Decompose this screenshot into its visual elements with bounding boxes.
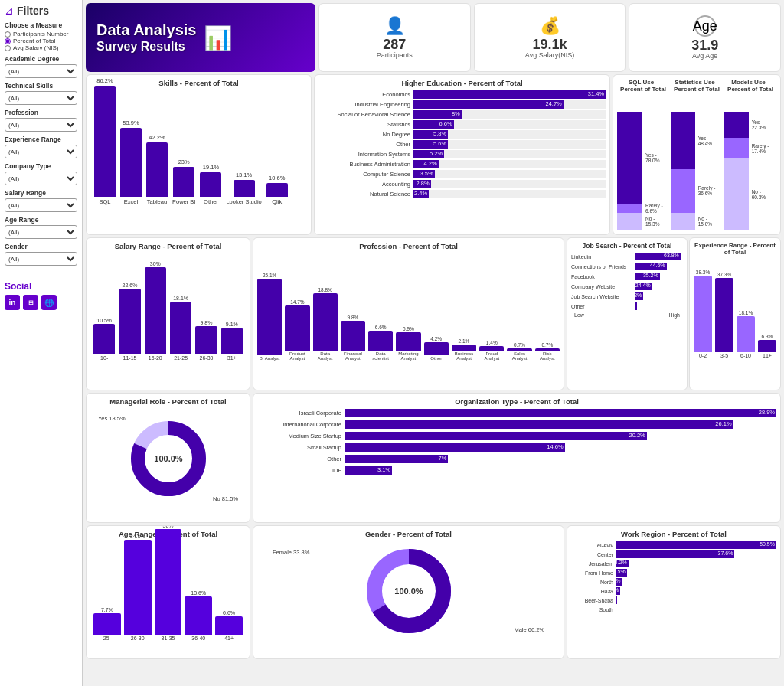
- participants-card: 👤 287 Participants: [318, 3, 471, 72]
- experience-range-label: Experience Range: [5, 136, 77, 143]
- gender-svg: 100.0%: [363, 545, 455, 637]
- title-card: Data Analysis Survey Results 📊: [86, 3, 315, 72]
- managerial-donut: 100.0% Yes 18.5% No 81.5%: [90, 409, 246, 508]
- stats-chart: Statistics Use - Percent of Total Yes - …: [671, 79, 723, 230]
- participants-icon: 👤: [384, 16, 405, 36]
- salary-bar-item: 22.6% 11-15: [119, 283, 140, 361]
- age-range-select[interactable]: (All): [5, 225, 77, 239]
- avg-age-label: Avg Age: [692, 52, 717, 60]
- stacked-segment: [617, 213, 642, 230]
- measure-radio-participants[interactable]: [5, 31, 11, 38]
- age-range-filter-label: Age Range: [5, 216, 77, 224]
- sidebar: ⊿ Filters Choose a Measure Participants …: [0, 0, 83, 686]
- managerial-title: Managerial Role - Percent of Total: [90, 397, 246, 406]
- job-row: Company Website 24.4%: [571, 283, 683, 290]
- region-row: Jerusalem 4.2%: [571, 560, 776, 567]
- network-icon[interactable]: ⊞: [23, 295, 38, 310]
- segment-label: Yes - 22.3%: [752, 112, 776, 138]
- edu-row: Industrial Engineering 24.7%: [318, 100, 606, 109]
- profession-bar-item: 25.1% BI Analyst: [257, 273, 282, 361]
- region-row: From Home 3.5%: [571, 569, 776, 577]
- org-row: Medium Size Startup 20.2%: [257, 432, 776, 440]
- profession-chart: Profession - Percent of Total 25.1% BI A…: [253, 237, 564, 390]
- male-label: Male 66.2%: [514, 626, 544, 633]
- segment-label: Rarely - 6.6%: [645, 204, 669, 213]
- org-title: Organization Type - Percent of Total: [257, 397, 776, 406]
- segment-label: No - 60.3%: [752, 158, 776, 230]
- segment-label: Rarely - 36.6%: [698, 169, 723, 213]
- region-row: Center 37.6%: [571, 550, 776, 558]
- job-row: Other 2.4%: [571, 302, 683, 310]
- profession-bars: 25.1% BI Analyst 14.7% Product Analyst 1…: [257, 253, 560, 361]
- salary-chart: Salary Range - Percent of Total 10.5% 10…: [86, 237, 250, 390]
- profession-bar-item: 5.9% Marketing Analyst: [396, 326, 420, 361]
- company-type-select[interactable]: (All): [5, 172, 77, 185]
- measure-radio-salary[interactable]: [5, 45, 11, 51]
- models-bar: Yes - 22.3%Rarely - 17.4%No - 60.3%: [724, 96, 776, 230]
- region-rows: Tel-Aviv 50.5% Center 37.6% Jerusalem 4.…: [571, 541, 776, 613]
- skill-bar-item: 10.6% Qlik: [266, 175, 288, 205]
- skill-bar-item: 86.2% SQL: [94, 77, 116, 205]
- region-row: Beer-Sheba 0.7%: [571, 596, 776, 604]
- low-high-labels: Low High: [571, 312, 683, 318]
- job-row: Connections or Friends 44.6%: [571, 263, 683, 270]
- experience-range-select[interactable]: (All): [5, 145, 77, 158]
- job-row: Facebook 35.2%: [571, 273, 683, 280]
- avg-age-card: Age 31.9 Avg Age: [629, 3, 781, 72]
- skill-bar-item: 23% Power BI: [172, 158, 195, 205]
- skill-bar-item: 19.1% Other: [200, 164, 221, 205]
- work-region-title: Work Region - Percent of Total: [571, 530, 776, 538]
- region-row: Haifa 1.4%: [571, 587, 776, 595]
- svg-text:100.0%: 100.0%: [394, 586, 423, 596]
- salary-range-label: Salary Range: [5, 189, 77, 197]
- edu-row: Economics 31.4%: [318, 90, 606, 99]
- edu-row: Natural Science 2.4%: [318, 190, 606, 198]
- edu-title: Higher Education - Percent of Total: [318, 79, 606, 87]
- segment-label: Rarely - 17.4%: [752, 138, 776, 158]
- profession-select[interactable]: (All): [5, 118, 77, 132]
- sql-stats-models-chart: SQL Use - Percent of Total Yes - 78.0%Ra…: [612, 74, 781, 235]
- gender-select[interactable]: (All): [5, 252, 77, 266]
- segment-label: Yes - 78.0%: [645, 112, 669, 204]
- profession-bar-item: 1.4% Fraud Analyst: [479, 340, 504, 361]
- managerial-chart: Managerial Role - Percent of Total 100.0…: [86, 393, 250, 523]
- org-row: Israeli Corporate 28.9%: [257, 409, 776, 417]
- edu-row: Statistics 6.6%: [318, 120, 606, 129]
- salary-bars: 10.5% 10- 22.6% 11-15 30% 16-20 18.1% 21…: [90, 253, 246, 361]
- edu-row: Social or Behavioral Science 8%: [318, 110, 606, 119]
- linkedin-icon[interactable]: in: [5, 295, 20, 310]
- technical-skills-label: Technical Skills: [5, 82, 77, 90]
- job-row: Job Search Website 12.2%: [571, 292, 683, 300]
- salary-range-select[interactable]: (All): [5, 198, 77, 212]
- edu-row: No Degree 5.8%: [318, 130, 606, 139]
- globe-icon[interactable]: 🌐: [41, 295, 57, 310]
- svg-text:100.0%: 100.0%: [154, 454, 183, 463]
- managerial-svg: 100.0%: [126, 416, 211, 501]
- stacked-segment: [724, 112, 749, 138]
- profession-bar-item: 9.8% Financial Analyst: [341, 315, 365, 361]
- job-rows: Linkedin 63.8% Connections or Friends 44…: [571, 253, 683, 310]
- academic-degree-select[interactable]: (All): [5, 64, 77, 78]
- company-type-label: Company Type: [5, 162, 77, 170]
- age-chart: Age Range - Percent of Total 7.7% 25- 34…: [86, 525, 250, 659]
- models-title: Models Use - Percent of Total: [724, 79, 776, 93]
- org-row: International Corporate 26.1%: [257, 420, 776, 429]
- exp-bar-item: 18.1% 6-10: [737, 310, 755, 358]
- avg-salary-label: Avg Salary(NIS): [525, 51, 574, 59]
- stacked-segment: [724, 158, 749, 230]
- salary-title: Salary Range - Percent of Total: [90, 242, 246, 250]
- edu-row: Other 5.6%: [318, 140, 606, 149]
- edu-row: Information Systems 5.2%: [318, 150, 606, 158]
- segment-label: Yes - 48.4%: [698, 112, 723, 169]
- org-row: Small Startup 14.6%: [257, 443, 776, 452]
- technical-skills-select[interactable]: (All): [5, 91, 77, 105]
- salary-bar-item: 9.1% 31+: [221, 322, 243, 361]
- stacked-segment: [671, 213, 695, 230]
- exp-bar-item: 38.3% 0-2: [694, 270, 712, 358]
- skill-bar-item: 42.2% Tableau: [146, 134, 168, 205]
- measure-radio-percent[interactable]: [5, 38, 11, 44]
- skills-chart: Skills - Percent of Total 86.2% SQL 53.9…: [86, 74, 312, 235]
- filter-icon: ⊿: [5, 5, 14, 17]
- sql-bar-bar: [617, 112, 642, 230]
- sql-title: SQL Use - Percent of Total: [617, 79, 669, 93]
